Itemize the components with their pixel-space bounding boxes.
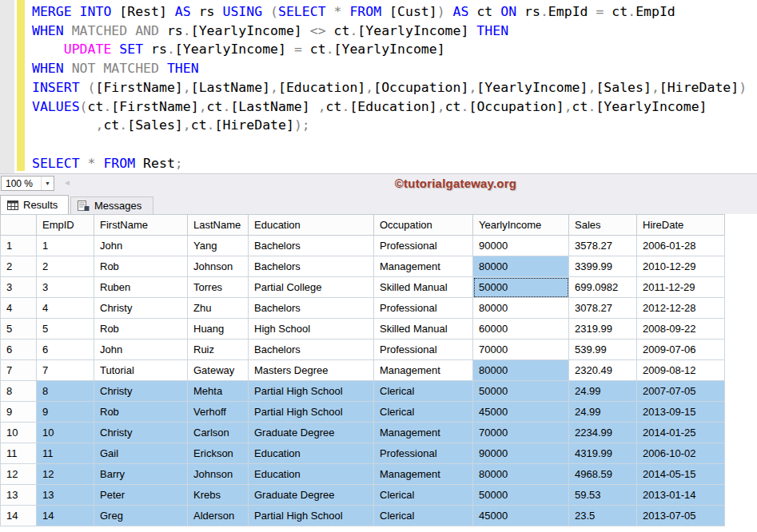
grid-cell[interactable]: Zhu <box>188 298 249 319</box>
grid-cell[interactable]: Skilled Manual <box>374 319 473 339</box>
row-header[interactable]: 10 <box>1 423 37 443</box>
row-header[interactable]: 11 <box>1 443 37 464</box>
grid-cell[interactable]: 3078.27 <box>569 298 637 319</box>
grid-cell[interactable]: Johnson <box>188 464 249 485</box>
tab-results[interactable]: Results <box>0 195 69 214</box>
grid-cell[interactable]: 4319.99 <box>569 443 637 464</box>
grid-cell[interactable]: 2006-01-28 <box>637 236 725 256</box>
grid-cell[interactable]: Ruben <box>94 277 188 298</box>
row-header[interactable]: 1 <box>1 236 37 256</box>
grid-cell[interactable]: Johnson <box>188 256 249 277</box>
grid-cell[interactable]: Greg <box>94 506 188 526</box>
grid-cell[interactable]: 2010-12-29 <box>637 256 725 277</box>
grid-cell[interactable]: 8 <box>37 381 94 402</box>
code-line[interactable]: INSERT ([FirstName],[LastName],[Educatio… <box>32 78 747 97</box>
grid-cell[interactable]: Huang <box>188 319 249 339</box>
grid-cell[interactable]: 7 <box>37 360 94 381</box>
grid-cell[interactable]: 5 <box>37 319 94 339</box>
grid-cell[interactable]: Gail <box>94 443 188 464</box>
grid-cell[interactable]: 80000 <box>473 256 569 277</box>
grid-cell[interactable]: Christy <box>94 381 188 402</box>
grid-cell[interactable]: 45000 <box>473 506 569 526</box>
grid-cell[interactable]: Management <box>374 464 473 485</box>
code-line[interactable]: UPDATE SET rs.[YearlyIncome] = ct.[Yearl… <box>32 40 747 59</box>
grid-cell[interactable]: Management <box>374 360 473 381</box>
grid-cell[interactable]: Graduate Degree <box>249 423 374 443</box>
grid-cell[interactable]: Clerical <box>374 402 473 423</box>
grid-cell[interactable]: Partial College <box>249 277 374 298</box>
grid-cell[interactable]: 6 <box>37 339 94 360</box>
grid-cell[interactable]: John <box>94 236 188 256</box>
grid-cell[interactable]: 11 <box>37 443 94 464</box>
grid-cell[interactable]: 539.99 <box>569 339 637 360</box>
grid-cell[interactable]: High School <box>249 319 374 339</box>
grid-cell[interactable]: 2234.99 <box>569 423 637 443</box>
grid-cell[interactable]: Gateway <box>188 360 249 381</box>
row-header[interactable]: 13 <box>1 485 37 506</box>
grid-cell[interactable]: Bachelors <box>249 256 374 277</box>
code-area[interactable]: MERGE INTO [Rest] AS rs USING (SELECT * … <box>32 2 747 173</box>
row-header[interactable]: 7 <box>1 360 37 381</box>
grid-cell[interactable]: 50000 <box>473 381 569 402</box>
grid-cell[interactable]: 90000 <box>473 236 569 256</box>
grid-cell[interactable]: 9 <box>37 402 94 423</box>
grid-cell[interactable]: 80000 <box>473 360 569 381</box>
grid-cell[interactable]: John <box>94 339 188 360</box>
grid-cell[interactable]: Ruiz <box>188 339 249 360</box>
row-header[interactable]: 2 <box>1 256 37 277</box>
grid-cell[interactable]: Clerical <box>374 485 473 506</box>
grid-cell[interactable]: Peter <box>94 485 188 506</box>
code-line[interactable]: WHEN NOT MATCHED THEN <box>32 59 747 78</box>
grid-cell[interactable]: 14 <box>37 506 94 526</box>
code-line[interactable]: WHEN MATCHED AND rs.[YearlyIncome] <> ct… <box>32 22 747 41</box>
grid-cell[interactable]: Christy <box>94 423 188 443</box>
grid-cell[interactable]: Erickson <box>188 443 249 464</box>
column-header-firstname[interactable]: FirstName <box>94 215 188 236</box>
grid-cell[interactable]: 2013-07-05 <box>637 506 725 526</box>
grid-cell[interactable]: 90000 <box>473 443 569 464</box>
grid-cell[interactable]: Professional <box>374 236 473 256</box>
grid-cell[interactable]: Partial High School <box>249 381 374 402</box>
grid-cell[interactable]: 3399.99 <box>569 256 637 277</box>
grid-cell[interactable]: Clerical <box>374 381 473 402</box>
grid-cell[interactable]: Bachelors <box>249 339 374 360</box>
grid-cell[interactable]: 2009-08-12 <box>637 360 725 381</box>
tab-messages[interactable]: Messages <box>70 197 153 214</box>
grid-cell[interactable]: 80000 <box>473 298 569 319</box>
grid-cell[interactable]: Graduate Degree <box>249 485 374 506</box>
column-header-sales[interactable]: Sales <box>569 215 637 236</box>
scroll-left-icon[interactable]: ◄ <box>63 178 71 187</box>
grid-cell[interactable]: 70000 <box>473 423 569 443</box>
grid-cell[interactable]: 24.99 <box>569 381 637 402</box>
column-header-empid[interactable]: EmpID <box>37 215 94 236</box>
row-header[interactable]: 6 <box>1 339 37 360</box>
grid-cell[interactable]: 50000 <box>473 485 569 506</box>
code-line[interactable]: MERGE INTO [Rest] AS rs USING (SELECT * … <box>32 2 747 22</box>
grid-cell[interactable]: 2013-01-14 <box>637 485 725 506</box>
grid-cell[interactable]: 2007-07-05 <box>637 381 725 402</box>
grid-cell[interactable]: 3 <box>37 277 94 298</box>
grid-cell[interactable]: Rob <box>94 256 188 277</box>
grid-cell[interactable]: Bachelors <box>249 298 374 319</box>
row-header[interactable]: 14 <box>1 506 37 526</box>
grid-cell[interactable]: Yang <box>188 236 249 256</box>
grid-cell[interactable]: 2011-12-29 <box>637 277 725 298</box>
grid-cell[interactable]: 2319.99 <box>569 319 637 339</box>
grid-cell[interactable]: 4 <box>37 298 94 319</box>
code-line[interactable] <box>32 135 747 154</box>
grid-cell[interactable]: 10 <box>37 423 94 443</box>
grid-cell[interactable]: 2012-12-28 <box>637 298 725 319</box>
grid-cell[interactable]: 13 <box>37 485 94 506</box>
grid-corner-cell[interactable] <box>1 215 37 236</box>
grid-cell[interactable]: Management <box>374 423 473 443</box>
grid-cell[interactable]: 1 <box>37 236 94 256</box>
code-line[interactable]: ,ct.[Sales],ct.[HireDate]); <box>32 116 747 135</box>
grid-cell[interactable]: Mehta <box>188 381 249 402</box>
grid-cell[interactable]: Masters Degree <box>249 360 374 381</box>
column-header-yearlyincome[interactable]: YearlyIncome <box>473 215 569 236</box>
grid-cell[interactable]: 24.99 <box>569 402 637 423</box>
grid-cell[interactable]: Barry <box>94 464 188 485</box>
grid-cell[interactable]: 2 <box>37 256 94 277</box>
zoom-level-combobox[interactable]: 100 % ▼ <box>1 176 54 191</box>
grid-cell[interactable]: Rob <box>94 402 188 423</box>
